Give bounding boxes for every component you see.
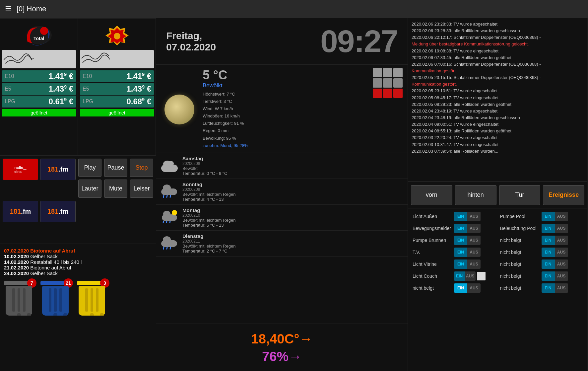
nicht-belgt-8-on[interactable]: EIN xyxy=(542,283,555,293)
switch-pumpe-brunnen: Pumpe Brunnen EIN AUS xyxy=(411,235,497,246)
radio-logo-181fm-1[interactable]: 181.fm xyxy=(40,159,76,180)
nicht-belgt-7-off[interactable]: AUS xyxy=(467,283,481,293)
licht-aussen-off[interactable]: AUS xyxy=(467,212,481,221)
licht-couch-white-btn[interactable] xyxy=(477,272,486,280)
menu-icon[interactable]: ☰ xyxy=(5,5,12,13)
forecast-montag: Montag 20200210 Bewölkt mit leichtem Reg… xyxy=(156,205,408,231)
nicht-belgt-4-off[interactable]: AUS xyxy=(555,248,568,257)
tv-on[interactable]: EIN xyxy=(454,248,467,257)
181fm-label-3: 181.fm xyxy=(40,201,75,222)
beleuchtung-pool-on[interactable]: EIN xyxy=(542,224,555,233)
trash-date-5: 24.02.2020 xyxy=(4,270,29,276)
nav-ereignisse-button[interactable]: Ereignisse xyxy=(543,185,584,205)
lpg-label-shell: LPG xyxy=(83,99,98,105)
svg-rect-22 xyxy=(91,288,93,312)
weather-grid-cell-8 xyxy=(383,89,392,98)
trash-bin-gray: 7 xyxy=(4,281,34,316)
licht-vitrine-off[interactable]: AUS xyxy=(467,260,481,269)
nicht-belgt-5-toggle[interactable]: EIN AUS xyxy=(542,260,568,269)
pumpe-brunnen-on[interactable]: EIN xyxy=(454,236,467,245)
lpg-row-total: LPG 0.619 € xyxy=(2,96,76,108)
nicht-belgt-5-on[interactable]: EIN xyxy=(542,260,555,269)
nicht-belgt-5-off[interactable]: AUS xyxy=(555,260,568,269)
pumpe-pool-off[interactable]: AUS xyxy=(555,212,568,221)
lauter-button[interactable]: Lauter xyxy=(78,180,101,198)
shell-sketch xyxy=(80,50,154,68)
licht-aussen-toggle[interactable]: EIN AUS xyxy=(454,212,481,221)
radioens-label: radioeinstm xyxy=(3,159,38,180)
nicht-belgt-6-off[interactable]: AUS xyxy=(555,271,568,281)
licht-couch-toggle[interactable]: EIN AUS xyxy=(454,271,476,281)
center-column: Freitag, 07.02.2020 09:27 5 °C Bewölkt H… xyxy=(156,18,408,371)
radio-logo-radioens[interactable]: radioeinstm xyxy=(3,159,38,180)
shell-logo xyxy=(104,20,130,50)
nicht-belgt-3-off[interactable]: AUS xyxy=(555,236,568,245)
nicht-belgt-3-on[interactable]: EIN xyxy=(542,236,555,245)
nav-tuer-button[interactable]: Tür xyxy=(499,185,541,205)
nicht-belgt-6-toggle[interactable]: EIN AUS xyxy=(542,271,568,281)
weather-grid-cell-4 xyxy=(373,78,382,88)
pumpe-pool-toggle[interactable]: EIN AUS xyxy=(542,212,568,221)
pumpe-brunnen-toggle[interactable]: EIN AUS xyxy=(454,236,481,245)
log-entry-14: 2020.02.04 23:48:19: TV wurde abgeschalt… xyxy=(412,108,584,114)
licht-aussen-on[interactable]: EIN xyxy=(454,212,467,221)
bewegungsmelder-toggle[interactable]: EIN AUS xyxy=(454,224,481,233)
nicht-belgt-8-toggle[interactable]: EIN AUS xyxy=(542,283,568,293)
pumpe-brunnen-off[interactable]: AUS xyxy=(467,236,481,245)
bewegungsmelder-off[interactable]: AUS xyxy=(467,224,481,233)
bewegungsmelder-on[interactable]: EIN xyxy=(454,224,467,233)
forecast-temp-dienstag: Temperatur: 2 °C - 7 °C xyxy=(182,249,404,254)
play-button[interactable]: Play xyxy=(78,159,101,177)
nicht-belgt-7-on[interactable]: EIN xyxy=(454,283,467,293)
radio-logo-181fm-2[interactable]: 181.fm xyxy=(3,201,38,222)
svg-rect-11 xyxy=(23,288,26,312)
forecast-icon-dienstag xyxy=(160,236,178,251)
nav-hinten-button[interactable]: hinten xyxy=(455,185,496,205)
trash-bin-blue: 21 xyxy=(40,281,70,316)
mute-button[interactable]: Mute xyxy=(104,180,127,198)
e10-row-total: E10 1.419 € xyxy=(2,70,76,82)
clock-panel: Freitag, 07.02.2020 09:27 xyxy=(156,18,408,65)
svg-rect-15 xyxy=(49,288,51,312)
radio-logos: radioeinstm 181.fm 181.fm 181.fm xyxy=(3,159,76,241)
switch-bewegungsmelder: Bewegungsmelder EIN AUS xyxy=(411,223,497,234)
log-entry-6: 2020.02.06 07:33:45: alle Rollläden wurd… xyxy=(412,54,584,61)
date-line1: Freitag, xyxy=(166,30,216,41)
switch-beleuchtung-pool: Beleuchtung Pool EIN AUS xyxy=(498,223,585,234)
forecast-cond-samstag: Bewölkt xyxy=(182,166,404,171)
nicht-belgt-8-off[interactable]: AUS xyxy=(555,283,568,293)
licht-vitrine-on[interactable]: EIN xyxy=(454,260,467,269)
nicht-belgt-4-on[interactable]: EIN xyxy=(542,248,555,257)
nicht-belgt-3-toggle[interactable]: EIN AUS xyxy=(542,236,568,245)
log-entry-1: 2020.02.06 23:28:33: TV wurde abgeschalt… xyxy=(412,21,584,28)
nicht-belgt-7-toggle[interactable]: EIN AUS xyxy=(454,283,481,293)
licht-couch-off[interactable]: AUS xyxy=(465,271,476,281)
nicht-belgt-4-toggle[interactable]: EIN AUS xyxy=(542,248,568,257)
trash-date-2: 10.02.2020 xyxy=(4,254,29,259)
beleuchtung-pool-off[interactable]: AUS xyxy=(555,224,568,233)
pause-button[interactable]: Pause xyxy=(104,159,127,177)
weather-grid-cell-6 xyxy=(393,78,403,88)
forecast-info-montag: Montag 20200210 Bewölkt mit leichtem Reg… xyxy=(182,207,404,228)
leiser-button[interactable]: Leiser xyxy=(130,180,153,198)
tv-toggle[interactable]: EIN AUS xyxy=(454,248,481,257)
forecast-day-sonntag: Sonntag xyxy=(182,182,404,187)
media-panel: radioeinstm 181.fm 181.fm 181.fm Play Pa… xyxy=(0,156,156,244)
sensor-humidity: 76%→ xyxy=(262,349,302,364)
beleuchtung-pool-toggle[interactable]: EIN AUS xyxy=(542,224,568,233)
nicht-belgt-6-on[interactable]: EIN xyxy=(542,271,555,281)
licht-vitrine-toggle[interactable]: EIN AUS xyxy=(454,260,481,269)
weather-current: 5 °C Bewölkt Höchstwert: 7 °C Tiefstwert… xyxy=(156,65,408,153)
radio-logo-181fm-3[interactable]: 181.fm xyxy=(40,201,76,222)
pumpe-pool-on[interactable]: EIN xyxy=(542,212,555,221)
log-entry-18: 2020.02.03 22:20:24: TV wurde abgeschalt… xyxy=(412,134,584,141)
forecast-day-montag: Montag xyxy=(182,207,404,213)
licht-couch-on[interactable]: EIN xyxy=(454,271,465,281)
total-logo-svg: Total xyxy=(24,24,54,47)
log-entry-15: 2020.02.04 23:48:19: alle Rollläden wurd… xyxy=(412,114,584,121)
svg-rect-21 xyxy=(85,288,88,312)
tv-off[interactable]: AUS xyxy=(467,248,481,257)
stop-button[interactable]: Stop xyxy=(130,159,153,177)
nav-vorn-button[interactable]: vorn xyxy=(411,185,452,205)
trash-bin-yellow: 3 xyxy=(77,281,107,316)
